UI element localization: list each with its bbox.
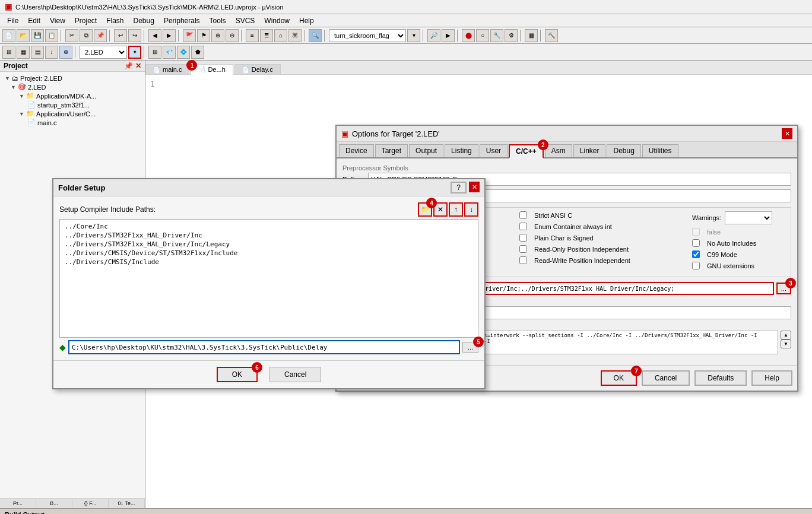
dialog-tab-utilities[interactable]: Utilities	[642, 144, 678, 157]
folder-down-button[interactable]: ↓	[464, 202, 478, 217]
compiler-scroll-up[interactable]: ▲	[781, 331, 791, 340]
dialog-tab-listing[interactable]: Listing	[445, 144, 478, 157]
folder-path-1[interactable]: ../Core/Inc	[62, 222, 475, 231]
folder-path-browse-button[interactable]: ... 5	[462, 342, 478, 353]
menu-edit[interactable]: Edit	[23, 15, 45, 26]
toolbar-bookmark2[interactable]: ⚑	[197, 29, 210, 42]
editor-tab-delay-h[interactable]: 📄 De...h 1	[191, 64, 233, 75]
toolbar-copy[interactable]: ⧉	[80, 29, 93, 42]
dialog-tab-linker[interactable]: Linker	[573, 144, 606, 157]
toolbar-save[interactable]: 💾	[31, 29, 44, 42]
sidebar-close-icon[interactable]: ✕	[135, 62, 141, 70]
include-browse-button[interactable]: ... 3	[776, 283, 791, 294]
tree-item-folder1[interactable]: ▼ 📁 Application/MDK-A...	[2, 91, 142, 100]
toolbar-save-all[interactable]: 📋	[45, 29, 58, 42]
toolbar-nav-back[interactable]: ◀	[148, 29, 161, 42]
toolbar-undo[interactable]: ↩	[114, 29, 127, 42]
menu-svcs[interactable]: SVCS	[231, 15, 260, 26]
toolbar2-build4[interactable]: ⬟	[191, 46, 204, 59]
toolbar-run[interactable]: ▶	[442, 29, 455, 42]
enum-checkbox[interactable]	[519, 223, 527, 230]
sidebar-tab-functions[interactable]: {} F...	[72, 499, 109, 508]
toolbar-indent2[interactable]: ≣	[260, 29, 273, 42]
sidebar-tab-books[interactable]: B...	[36, 499, 72, 508]
plain-char-checkbox[interactable]	[519, 234, 527, 242]
sidebar-tab-templates[interactable]: 0↓ Te...	[109, 499, 145, 508]
toolbar-paste[interactable]: 📌	[94, 29, 107, 42]
toolbar-new[interactable]: 📄	[2, 29, 15, 42]
thumb-mode-checkbox[interactable]	[692, 228, 700, 236]
read-only-checkbox[interactable]	[519, 245, 527, 253]
toolbar-open[interactable]: 📂	[17, 29, 30, 42]
gnu-checkbox[interactable]	[692, 262, 700, 269]
sidebar-pin-icon[interactable]: 📌	[124, 62, 133, 70]
toolbar2-build1[interactable]: ⊞	[148, 46, 161, 59]
dialog-tab-debug[interactable]: Debug	[607, 144, 640, 157]
toolbar-indent4[interactable]: ⌘	[288, 29, 302, 42]
editor-tab-delay-c[interactable]: 📄 Delay.c	[234, 64, 281, 74]
folder-cancel-button[interactable]: Cancel	[269, 367, 321, 382]
dialog-tab-output[interactable]: Output	[409, 144, 443, 157]
options-help-button[interactable]: Help	[751, 370, 792, 386]
warnings-select[interactable]	[725, 211, 772, 224]
target-name-dropdown[interactable]: 2.LED	[80, 46, 127, 59]
dialog-tab-target[interactable]: Target	[375, 144, 408, 157]
toolbar-option1[interactable]: ○	[476, 29, 489, 42]
toolbar-dropdown-arrow[interactable]: ▾	[407, 29, 420, 42]
editor-tab-mainc[interactable]: 📄 main.c	[145, 64, 189, 74]
toolbar-bookmark4[interactable]: ⊖	[226, 29, 239, 42]
compiler-scrollbar[interactable]: ▲ ▼	[781, 331, 791, 348]
options-defaults-button[interactable]: Defaults	[694, 370, 747, 386]
folder-ok-button[interactable]: OK 6	[217, 367, 258, 382]
toolbar-grid[interactable]: ▦	[525, 29, 538, 42]
menu-tools[interactable]: Tools	[205, 15, 231, 26]
dialog-tab-device[interactable]: Device	[339, 144, 374, 157]
options-ok-button[interactable]: OK 7	[601, 370, 637, 386]
toolbar2-btn2[interactable]: ▦	[17, 46, 30, 59]
menu-debug[interactable]: Debug	[129, 15, 159, 26]
tree-item-folder2[interactable]: ▼ 📁 Application/User/C...	[2, 109, 142, 118]
tree-item-startup[interactable]: 📄 startup_stm32f1...	[2, 100, 142, 109]
toolbar-wrench2[interactable]: 🔨	[545, 29, 558, 42]
options-cancel-button[interactable]: Cancel	[642, 370, 690, 386]
toolbar2-build2[interactable]: 💎	[163, 46, 176, 59]
compiler-scroll-down[interactable]: ▼	[781, 340, 791, 348]
folder-path-5[interactable]: ../Drivers/CMSIS/Include	[62, 258, 475, 266]
toolbar2-btn5[interactable]: ⊕	[59, 46, 72, 59]
target-dropdown[interactable]: turn_sickroom_flag	[329, 29, 406, 42]
toolbar-bookmark3[interactable]: ⊕	[211, 29, 224, 42]
toolbar-bookmark[interactable]: 🚩	[183, 29, 196, 42]
toolbar2-build3[interactable]: 💠	[177, 46, 190, 59]
toolbar-gear[interactable]: ⚙	[505, 29, 518, 42]
no-auto-checkbox[interactable]	[692, 239, 700, 247]
menu-peripherals[interactable]: Peripherals	[159, 15, 205, 26]
read-write-checkbox[interactable]	[519, 256, 527, 264]
folder-path-input[interactable]	[68, 340, 460, 354]
toolbar2-magic[interactable]: ✦	[128, 46, 141, 59]
toolbar2-btn1[interactable]: ⊞	[2, 46, 15, 59]
folder-path-3[interactable]: ../Drivers/STM32F1xx_HAL_Driver/Inc/Lega…	[62, 240, 475, 249]
dialog-tab-cc[interactable]: C/C++ 2	[509, 144, 544, 158]
toolbar-redo[interactable]: ↪	[128, 29, 141, 42]
toolbar-wrench[interactable]: 🔧	[490, 29, 503, 42]
toolbar-cut[interactable]: ✂	[65, 29, 78, 42]
folder-add-button[interactable]: 📁 4	[418, 202, 432, 217]
toolbar-indent3[interactable]: ⌂	[274, 29, 287, 42]
toolbar2-btn4[interactable]: ↓	[45, 46, 58, 59]
toolbar-nav-fwd[interactable]: ▶	[163, 29, 176, 42]
menu-view[interactable]: View	[45, 15, 70, 26]
dialog-close-button[interactable]: ✕	[782, 128, 792, 139]
menu-help[interactable]: Help	[294, 15, 319, 26]
sidebar-tab-project[interactable]: Pr...	[0, 499, 36, 508]
tree-item-project[interactable]: ▼ 🗂 Project: 2.LED	[2, 74, 142, 83]
toolbar2-btn3[interactable]: ▤	[31, 46, 44, 59]
dialog-tab-user[interactable]: User	[480, 144, 508, 157]
toolbar-inspect2[interactable]: 🔎	[427, 29, 440, 42]
menu-project[interactable]: Project	[70, 15, 102, 26]
menu-flash[interactable]: Flash	[102, 15, 128, 26]
toolbar-inspect[interactable]: 🔍	[309, 29, 322, 42]
toolbar-stop[interactable]: ⬤	[462, 29, 475, 42]
toolbar-indent[interactable]: ≡	[246, 29, 259, 42]
tree-item-target[interactable]: ▼ 🎯 2.LED	[2, 83, 142, 91]
dialog-tab-asm[interactable]: Asm	[545, 144, 572, 157]
